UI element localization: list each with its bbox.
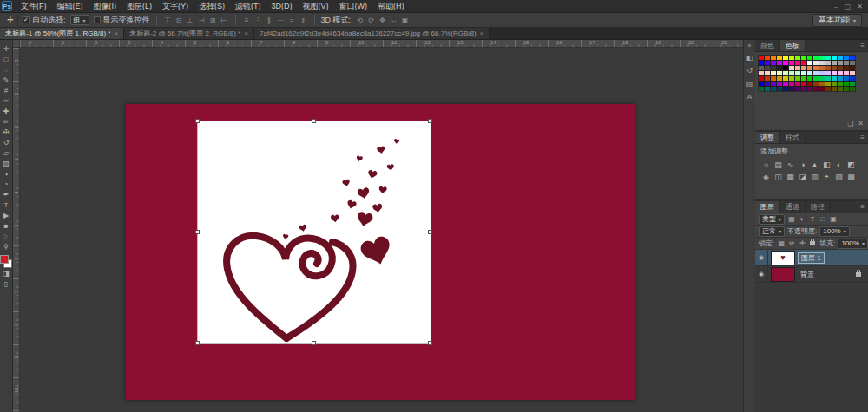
color-swatch[interactable] [771, 66, 776, 70]
tab-close-icon[interactable]: × [114, 29, 118, 37]
dodge-tool[interactable]: ◔ [0, 179, 13, 189]
color-swatch[interactable] [832, 71, 837, 75]
panel-tab[interactable]: 路径 [806, 201, 831, 213]
color-swatch[interactable] [771, 71, 776, 75]
3d-scale-icon[interactable]: ▣ [400, 16, 410, 25]
color-swatch[interactable] [819, 76, 825, 81]
transform-handle[interactable] [312, 341, 316, 345]
foreground-color-swatch[interactable] [0, 255, 9, 264]
zoom-tool[interactable]: ⚲ [0, 241, 13, 252]
color-swatch[interactable] [789, 87, 794, 91]
color-swatch[interactable] [832, 61, 837, 65]
distribute-left-edges-icon[interactable]: ⋯ [276, 16, 286, 25]
color-swatch[interactable] [801, 71, 806, 75]
color-swatch[interactable] [850, 71, 855, 75]
opacity-dropdown[interactable]: 100% ▾ [819, 226, 849, 237]
auto-select-mode-dropdown[interactable]: 组 ▾ [70, 15, 89, 25]
menu-item[interactable]: 窗口(W) [334, 0, 373, 13]
color-swatch[interactable] [813, 56, 819, 60]
lock-position-icon[interactable]: ✛ [798, 239, 806, 247]
color-swatch[interactable] [771, 87, 776, 91]
adj-gradient-map-icon[interactable]: ▩ [845, 171, 857, 182]
color-swatch[interactable] [771, 56, 776, 60]
color-swatch[interactable] [832, 82, 837, 86]
color-swatch[interactable] [801, 66, 806, 70]
color-swatch[interactable] [783, 71, 788, 75]
color-swatch[interactable] [838, 87, 843, 91]
layer-filter-dropdown[interactable]: 类型 ▾ [759, 214, 785, 225]
color-swatch[interactable] [844, 76, 849, 81]
panel-menu-icon[interactable]: ≡ [857, 40, 868, 51]
color-swatch[interactable] [825, 66, 831, 70]
gradient-tool[interactable]: ▨ [0, 158, 13, 168]
color-swatch[interactable] [825, 87, 831, 91]
document-tab[interactable]: 未标题-2 @ 66.7%(图层 2, RGB/8) *× [124, 28, 254, 39]
transform-handle[interactable] [195, 341, 200, 345]
color-swatch[interactable] [777, 66, 782, 70]
color-swatch[interactable] [807, 61, 812, 65]
canvas-area[interactable] [20, 48, 743, 412]
color-swatch[interactable] [783, 87, 788, 91]
color-swatch[interactable] [813, 82, 819, 86]
color-swatch[interactable] [777, 71, 782, 75]
adj-photo-filter-icon[interactable]: ◈ [760, 171, 772, 182]
color-swatch[interactable] [850, 66, 855, 70]
transform-handle[interactable] [428, 230, 432, 234]
color-swatch[interactable] [783, 66, 788, 70]
color-swatch[interactable] [801, 87, 806, 91]
healing-brush-tool[interactable]: ✚ [0, 106, 13, 116]
filter-pixel-layers-icon[interactable]: ▦ [787, 215, 796, 223]
color-swatch[interactable] [813, 71, 819, 75]
vertical-ruler[interactable]: 012345678910 [13, 48, 20, 412]
color-swatch[interactable] [825, 71, 831, 75]
color-swatch[interactable] [789, 82, 794, 86]
color-swatch[interactable] [765, 71, 770, 75]
color-swatch[interactable] [825, 56, 831, 60]
color-swatch[interactable] [838, 61, 843, 65]
document-tab[interactable]: 未标题-1 @ 50%(图层 1, RGB/8) *× [0, 28, 124, 39]
adj-curves-icon[interactable]: ∿ [785, 159, 796, 170]
align-left-edges-icon[interactable]: ⊣ [197, 16, 207, 25]
3d-roll-icon[interactable]: ⟳ [366, 16, 376, 25]
color-swatch[interactable] [838, 82, 843, 86]
color-swatch[interactable] [844, 56, 849, 60]
color-swatch[interactable] [759, 66, 764, 70]
color-swatch[interactable] [807, 56, 812, 60]
panel-menu-icon[interactable]: ≡ [857, 201, 868, 213]
path-selection-tool[interactable]: ▶ [0, 210, 13, 220]
layer-thumbnail[interactable] [772, 268, 794, 281]
color-swatch[interactable] [783, 82, 788, 86]
3d-slide-icon[interactable]: ↔ [389, 16, 398, 25]
color-swatch[interactable] [765, 61, 770, 65]
menu-item[interactable]: 编辑(E) [52, 0, 89, 13]
color-swatch[interactable] [795, 82, 800, 86]
crop-tool[interactable]: # [0, 85, 13, 95]
filter-adjustment-layers-icon[interactable]: ◐ [798, 215, 806, 223]
adj-color-balance-icon[interactable]: ◐ [833, 159, 845, 170]
align-horizontal-centers-icon[interactable]: ⊞ [208, 16, 218, 25]
clone-stamp-tool[interactable]: ✠ [0, 127, 13, 137]
panel-tab[interactable]: 调整 [755, 132, 780, 143]
color-swatch[interactable] [832, 76, 837, 81]
new-swatch-button[interactable]: ❏ [847, 120, 853, 128]
panel-icon-character[interactable]: A [747, 93, 752, 101]
color-swatch[interactable] [813, 87, 819, 91]
color-swatch[interactable] [801, 61, 806, 65]
filter-smart-objects-icon[interactable]: ▣ [829, 215, 838, 223]
close-button[interactable]: ✕ [857, 3, 863, 10]
color-swatch[interactable] [838, 56, 843, 60]
color-swatch[interactable] [807, 87, 812, 91]
panel-tab[interactable]: 图层 [755, 201, 780, 213]
horizontal-ruler[interactable]: 0123456789101112131415161718192021 [20, 40, 743, 48]
color-swatch[interactable] [759, 71, 764, 75]
color-swatch[interactable] [844, 71, 849, 75]
color-swatch[interactable] [795, 66, 800, 70]
color-swatch[interactable] [759, 61, 764, 65]
color-swatch[interactable] [771, 76, 776, 81]
collapse-dock-icon[interactable]: « [748, 43, 752, 49]
transform-handle[interactable] [428, 341, 432, 345]
color-swatch[interactable] [783, 61, 788, 65]
transform-handle[interactable] [195, 119, 200, 123]
document-tab[interactable]: 7af42ad162d9f2d3e4d4634ba8ec8a136227cc49… [254, 28, 490, 39]
shape-tool[interactable]: ■ [0, 220, 13, 231]
